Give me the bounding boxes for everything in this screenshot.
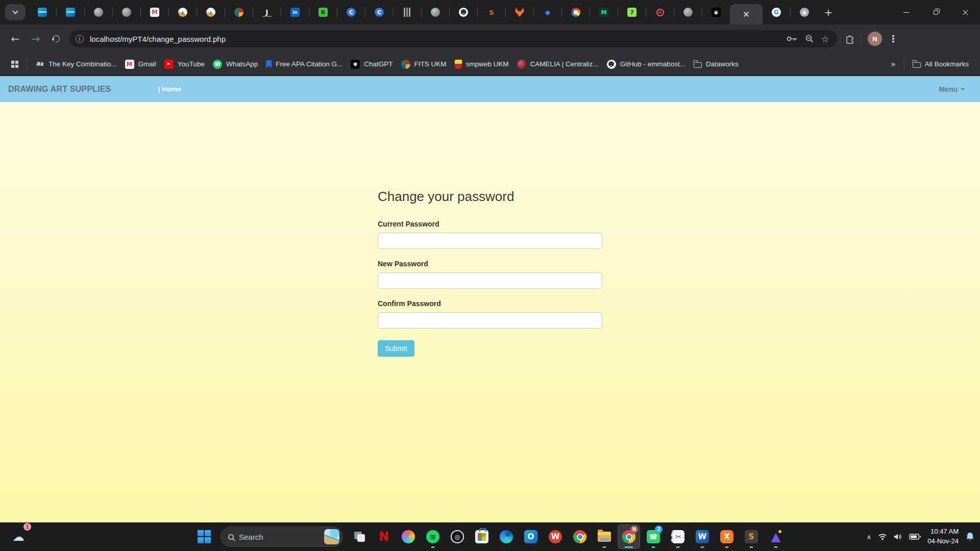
tab-google[interactable]: G — [763, 0, 790, 24]
browser-toolbar: ← → i localhost/myPT4/change_password.ph… — [0, 24, 980, 53]
tray-chevron-up-icon[interactable]: ∧ — [867, 533, 872, 541]
all-bookmarks-button[interactable]: All Bookmarks — [909, 58, 973, 70]
mountain-app-button[interactable]: ▲ — [765, 524, 787, 549]
tab-chatgpt[interactable]: ∗ — [702, 0, 730, 24]
bookmark-youtube[interactable]: ▶YouTube — [160, 57, 209, 71]
xampp-button[interactable]: X — [716, 524, 738, 549]
bookmark-camelia[interactable]: CAMELIA | Centraliz... — [513, 57, 603, 71]
camelia-icon — [517, 60, 526, 69]
zoom-out-icon[interactable] — [805, 34, 814, 43]
start-button[interactable] — [193, 524, 215, 549]
browser-menu-icon[interactable] — [892, 38, 894, 40]
tab-palette[interactable] — [562, 0, 590, 24]
apps-grid-button[interactable] — [7, 58, 22, 70]
url-text[interactable]: localhost/myPT4/change_password.php — [90, 35, 226, 43]
site-brand[interactable]: DRAWING ART SUPPLIES — [8, 85, 111, 94]
tab-sourcetree[interactable]: S — [478, 0, 505, 24]
bookmark-the-key-combination[interactable]: RkThe Key Combinatio... — [31, 57, 121, 71]
profile-avatar[interactable]: N — [868, 32, 882, 46]
battery-icon[interactable] — [909, 534, 921, 540]
tab-gitlab[interactable] — [506, 0, 533, 24]
site-info-icon[interactable]: i — [76, 35, 84, 43]
edge-icon — [500, 530, 513, 543]
tab-linkedin[interactable]: in — [281, 0, 309, 24]
notification-bell-icon[interactable] — [965, 532, 975, 542]
tab-globe-4[interactable] — [674, 0, 702, 24]
clock[interactable]: 10:47 AM 04-Nov-24 — [927, 527, 959, 546]
chatgpt-icon: ∗ — [351, 60, 360, 69]
minimize-button[interactable] — [891, 0, 921, 24]
chrome-button[interactable] — [569, 524, 591, 549]
new-tab-button[interactable]: + — [821, 5, 836, 19]
tab-airbnb[interactable]: ∩ — [646, 0, 674, 24]
submit-button[interactable]: Submit — [378, 340, 414, 357]
nav-menu-dropdown[interactable]: Menu — [939, 85, 972, 93]
chrome-active-button[interactable]: N — [618, 524, 640, 549]
tab-audio-bars[interactable] — [394, 0, 421, 24]
bookmark-smpweb-ukm[interactable]: smpweb UKM — [451, 57, 513, 71]
address-bar[interactable]: i localhost/myPT4/change_password.php ☆ — [69, 30, 838, 47]
tab-medium[interactable]: M — [590, 0, 618, 24]
reload-button[interactable] — [46, 29, 66, 49]
task-view-button[interactable] — [348, 524, 371, 549]
copilot-button[interactable] — [397, 524, 420, 549]
tab-green-r[interactable]: R — [309, 0, 337, 24]
new-password-input[interactable] — [378, 272, 602, 289]
tab-rocket-2[interactable]: ▲ — [197, 0, 225, 24]
tab-gmail[interactable]: M — [141, 0, 168, 24]
tab-lime-7[interactable]: 7 — [618, 0, 646, 24]
extensions-icon[interactable] — [845, 34, 855, 44]
password-key-icon[interactable] — [787, 35, 798, 42]
tab-c-circle-2[interactable]: C — [365, 0, 393, 24]
tab-close-icon[interactable] — [743, 11, 749, 17]
tab-github[interactable]: ☻ — [450, 0, 477, 24]
forward-button[interactable]: → — [26, 29, 46, 49]
bookmark-github-emmabost[interactable]: ☻GitHub - emmabost... — [603, 57, 690, 71]
widgets-weather-button[interactable]: ☁ 1 — [7, 524, 30, 549]
whatsapp-taskbar-button[interactable]: ☎2 — [642, 524, 665, 549]
tab-jira[interactable]: ◆ — [534, 0, 561, 24]
wps-office-button[interactable]: W — [544, 524, 567, 549]
back-button[interactable]: ← — [5, 29, 26, 49]
tab-gray-swirl[interactable]: ∗ — [791, 0, 818, 24]
microsoft-store-button[interactable] — [471, 524, 493, 549]
bookmark-free-apa-citation[interactable]: Free APA Citation G... — [262, 58, 347, 71]
taskbar-search[interactable]: Search — [220, 527, 343, 547]
edge-button[interactable] — [495, 524, 518, 549]
tab-tmrno-2[interactable]: TMRNO — [57, 0, 84, 24]
word-button[interactable]: W — [691, 524, 714, 549]
current-password-input[interactable] — [378, 233, 602, 249]
wifi-icon[interactable] — [878, 533, 887, 540]
netflix-button[interactable]: N — [373, 524, 395, 549]
bookmark-gmail[interactable]: MGmail — [121, 57, 160, 71]
tab-c-circle-1[interactable]: C — [337, 0, 365, 24]
spotify-button[interactable]: ≋ — [422, 524, 444, 549]
bookmark-whatsapp[interactable]: ☎WhatsApp — [209, 57, 262, 71]
file-explorer-button[interactable] — [593, 524, 616, 549]
volume-icon[interactable] — [894, 533, 902, 540]
outlook-button[interactable]: O — [520, 524, 542, 549]
tab-tmrno-1[interactable]: TMRNO — [29, 0, 56, 24]
bookmark-chatgpt[interactable]: ∗ChatGPT — [347, 57, 397, 71]
app-badge: N — [630, 525, 638, 533]
tab-search-button[interactable] — [5, 4, 26, 20]
bookmark-folder-dataworks[interactable]: Dataworks — [690, 58, 743, 70]
tab-rocket-1[interactable]: ▲ — [169, 0, 197, 24]
running-indicator — [750, 546, 753, 548]
snipping-tool-button[interactable]: ✂ — [667, 524, 689, 549]
restore-button[interactable] — [921, 0, 950, 24]
confirm-password-input[interactable] — [378, 312, 602, 329]
nav-home-link[interactable]: | Home — [158, 85, 181, 93]
tab-letter-j[interactable]: J — [253, 0, 281, 24]
sublime-text-button[interactable]: S — [740, 524, 763, 549]
bookmark-star-icon[interactable]: ☆ — [821, 34, 829, 44]
obs-button[interactable]: ◎ — [446, 524, 469, 549]
tab-globe-1[interactable] — [85, 0, 112, 24]
tab-ukm-crest[interactable] — [225, 0, 253, 24]
close-window-button[interactable] — [950, 0, 980, 24]
bookmark-fits-ukm[interactable]: FITS UKM — [397, 57, 451, 71]
tab-active-change-password[interactable] — [730, 4, 763, 24]
tab-globe-3[interactable] — [422, 0, 449, 24]
bookmarks-overflow-button[interactable]: » — [887, 59, 900, 69]
tab-globe-2[interactable] — [113, 0, 140, 24]
